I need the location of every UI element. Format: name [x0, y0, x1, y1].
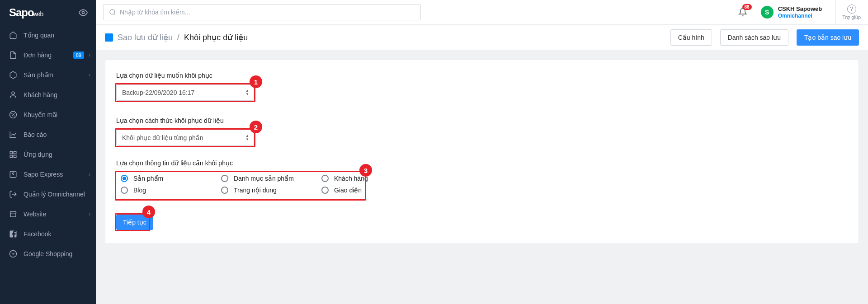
sidebar-item-label: Sapo Express — [24, 171, 89, 178]
facebook-icon — [9, 230, 17, 238]
search-box[interactable] — [103, 4, 421, 20]
radio-product[interactable]: Sản phẩm — [121, 175, 221, 182]
chevron-right-icon: › — [89, 171, 90, 178]
svg-point-0 — [82, 12, 85, 14]
sidebar-item-reports[interactable]: Báo cáo — [0, 125, 96, 145]
radio-icon — [121, 175, 128, 182]
svg-point-1 — [12, 92, 14, 94]
updown-icon: ▲▼ — [245, 89, 249, 96]
sidebar-item-orders[interactable]: Đơn hàng 89 › — [0, 45, 96, 65]
store-icon — [9, 210, 17, 218]
select-value: Backup-22/09/2020 16:17 — [122, 89, 194, 96]
method-select[interactable]: Khôi phục dữ liệu từng phần ▲▼ — [116, 130, 254, 146]
radio-blog[interactable]: Blog — [121, 187, 221, 194]
svg-point-9 — [110, 9, 115, 14]
home-icon — [9, 31, 17, 39]
logo[interactable]: Sapoweb — [9, 6, 43, 19]
google-icon — [9, 250, 17, 258]
radio-category[interactable]: Danh mục sản phẩm — [221, 175, 321, 182]
sidebar-item-google[interactable]: Google Shopping — [0, 244, 96, 264]
sidebar-item-promo[interactable]: Khuyến mãi — [0, 105, 96, 125]
sidebar: Sapoweb Tổng quan Đơn hàng 89 › Sản phẩm… — [0, 0, 96, 304]
block-select-backup: Lựa chọn dữ liệu muốn khôi phục Backup-2… — [116, 72, 848, 101]
sidebar-item-omni[interactable]: Quản lý Omnichannel — [0, 184, 96, 204]
sidebar-item-label: Website — [24, 210, 89, 218]
list-button[interactable]: Danh sách sao lưu — [720, 29, 788, 46]
help-icon: ? — [847, 5, 856, 14]
backup-select[interactable]: Backup-22/09/2020 16:17 ▲▼ — [116, 84, 254, 101]
radio-grid: Sản phẩm Danh mục sản phẩm Khách hàng Bl… — [116, 172, 426, 196]
annotation-circle-4: 4 — [142, 206, 155, 218]
annotation-circle-2: 2 — [250, 121, 262, 133]
sidebar-item-website[interactable]: Website › — [0, 204, 96, 224]
sidebar-item-label: Facebook — [24, 230, 90, 238]
svg-rect-4 — [14, 151, 16, 154]
radio-page[interactable]: Trang nội dung — [221, 187, 321, 194]
breadcrumb-current: Khôi phục dữ liệu — [184, 33, 248, 42]
radio-label: Trang nội dung — [234, 187, 277, 194]
svg-rect-7 — [10, 171, 16, 178]
account-sub: Omnichannel — [778, 13, 822, 19]
user-icon — [9, 91, 17, 99]
account-text: CSKH Sapoweb Omnichannel — [778, 5, 822, 19]
sidebar-item-customers[interactable]: Khách hàng — [0, 85, 96, 105]
sidebar-item-overview[interactable]: Tổng quan — [0, 25, 96, 45]
radio-label: Giao diện — [334, 187, 362, 194]
radio-label: Blog — [133, 187, 146, 194]
sidebar-item-label: Ứng dụng — [24, 151, 90, 158]
exit-icon — [9, 190, 17, 198]
sidebar-item-label: Google Shopping — [24, 250, 90, 257]
sidebar-item-apps[interactable]: Ứng dụng — [0, 145, 96, 164]
help-label: Trợ giúp — [842, 14, 861, 20]
sidebar-item-label: Quản lý Omnichannel — [24, 191, 90, 198]
file-icon — [9, 51, 17, 59]
sidebar-item-label: Khách hàng — [24, 91, 90, 98]
sidebar-item-label: Đơn hàng — [24, 51, 73, 59]
select-value: Khôi phục dữ liệu từng phần — [122, 134, 203, 141]
radio-theme[interactable]: Giao diện — [321, 187, 422, 194]
sidebar-item-label: Báo cáo — [24, 131, 90, 138]
sidebar-item-products[interactable]: Sản phẩm › — [0, 65, 96, 85]
sidebar-item-label: Khuyến mãi — [24, 111, 90, 118]
help-button[interactable]: ? Trợ giúp — [835, 0, 861, 24]
logo-main: Sapo — [9, 6, 34, 19]
avatar: S — [761, 6, 774, 19]
block-radio-group: Lựa chọn thông tin dữ liệu cần khôi phục… — [116, 159, 848, 196]
field-label: Lựa chọn dữ liệu muốn khôi phục — [116, 72, 848, 79]
notifications-button[interactable]: 86 — [738, 8, 747, 17]
main-area: 86 S CSKH Sapoweb Omnichannel ? Trợ giúp… — [96, 0, 868, 304]
svg-rect-6 — [10, 155, 12, 158]
radio-label: Sản phẩm — [133, 175, 163, 182]
content: Lựa chọn dữ liệu muốn khôi phục Backup-2… — [96, 50, 868, 304]
annotation-circle-1: 1 — [250, 75, 262, 88]
logo-row: Sapoweb — [0, 0, 96, 25]
radio-icon — [321, 175, 329, 182]
breadcrumb-link[interactable]: Sao lưu dữ liệu — [118, 33, 173, 42]
breadcrumb-row: Sao lưu dữ liệu / Khôi phục dữ liệu Cấu … — [96, 24, 868, 50]
annotation-circle-3: 3 — [359, 164, 372, 177]
radio-icon — [221, 175, 228, 182]
radio-icon — [121, 187, 128, 194]
badge: 89 — [73, 51, 84, 59]
radio-icon — [321, 187, 329, 194]
continue-wrap: Tiếp tục 4 — [116, 215, 153, 230]
radio-label: Danh mục sản phẩm — [234, 175, 294, 182]
search-input[interactable] — [120, 9, 415, 16]
updown-icon: ▲▼ — [245, 134, 249, 141]
chart-icon — [9, 131, 17, 139]
radio-customer[interactable]: Khách hàng — [321, 175, 422, 182]
create-backup-button[interactable]: Tạo bản sao lưu — [797, 29, 859, 46]
config-button[interactable]: Cấu hình — [670, 29, 712, 46]
svg-rect-3 — [10, 151, 12, 154]
search-icon — [109, 9, 116, 16]
sidebar-item-facebook[interactable]: Facebook — [0, 224, 96, 244]
field-label: Lựa chọn cách thức khôi phục dữ liệu — [116, 117, 848, 124]
grid-icon — [9, 150, 17, 159]
nav: Tổng quan Đơn hàng 89 › Sản phẩm › Khách… — [0, 25, 96, 304]
sidebar-item-label: Sản phẩm — [24, 71, 89, 79]
sidebar-item-express[interactable]: Sapo Express › — [0, 164, 96, 184]
sidebar-item-label: Tổng quan — [24, 32, 90, 39]
account-menu[interactable]: S CSKH Sapoweb Omnichannel — [761, 5, 822, 19]
eye-icon[interactable] — [79, 8, 88, 17]
notification-count: 86 — [742, 4, 752, 10]
